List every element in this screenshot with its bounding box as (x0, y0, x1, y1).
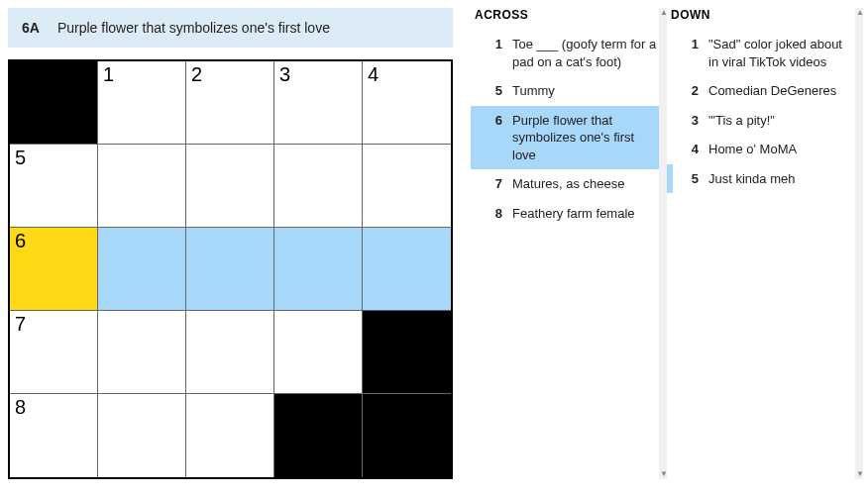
clue-text: Matures, as cheese (512, 175, 658, 193)
grid-cell[interactable]: 6 (10, 228, 98, 311)
grid-cell-black (10, 61, 98, 145)
cell-number: 5 (15, 147, 26, 169)
clue-number: 4 (679, 141, 699, 158)
grid-cell[interactable]: 2 (186, 61, 274, 145)
clue-number: 6 (483, 112, 502, 164)
grid-cell[interactable] (363, 228, 451, 311)
grid-cell[interactable] (274, 311, 363, 394)
grid-cell-black (363, 394, 451, 477)
grid-cell[interactable] (186, 311, 274, 394)
grid-cell-black (274, 394, 363, 477)
grid-cell[interactable]: 8 (10, 394, 98, 477)
cell-number: 6 (15, 230, 26, 252)
grid-cell[interactable] (274, 228, 363, 311)
down-column: DOWN 1"Sad" color joked about in viral T… (667, 8, 863, 479)
cell-number: 8 (15, 396, 26, 419)
clue-number: 3 (679, 112, 699, 130)
grid-cell[interactable] (98, 145, 186, 228)
scroll-down-icon: ▼ (856, 470, 864, 478)
cell-number: 4 (368, 63, 379, 86)
across-clue-7[interactable]: 7Matures, as cheese (471, 169, 666, 199)
down-clue-2[interactable]: 2Comedian DeGeneres (667, 76, 862, 106)
down-heading: DOWN (667, 8, 863, 22)
grid-cell[interactable]: 5 (10, 145, 98, 228)
current-clue-text: Purple flower that symbolizes one's firs… (57, 20, 330, 36)
grid-cell[interactable] (98, 228, 186, 311)
current-clue-number: 6A (22, 20, 40, 36)
scrollbar[interactable]: ▲ ▼ (855, 8, 863, 479)
current-clue-bar[interactable]: 6A Purple flower that symbolizes one's f… (8, 8, 453, 48)
clue-text: "'Tis a pity!" (708, 112, 854, 130)
down-clue-3[interactable]: 3"'Tis a pity!" (667, 106, 862, 136)
grid-cell-black (363, 311, 451, 394)
clue-text: Just kinda meh (708, 170, 854, 188)
clue-text: "Sad" color joked about in viral TikTok … (708, 36, 854, 70)
grid-cell[interactable] (274, 145, 363, 228)
grid-cell[interactable] (186, 228, 274, 311)
grid-cell[interactable]: 1 (98, 61, 186, 145)
across-column: ACROSS 1Toe ___ (goofy term for a pad on… (471, 8, 667, 479)
grid-cell[interactable] (98, 394, 186, 477)
cell-number: 7 (15, 313, 26, 336)
crossword-grid: 12345678 (8, 59, 453, 479)
clue-number: 5 (679, 170, 699, 188)
across-clue-1[interactable]: 1Toe ___ (goofy term for a pad on a cat'… (471, 30, 666, 76)
clue-text: Tummy (512, 82, 658, 100)
cell-number: 1 (103, 63, 114, 86)
clue-number: 5 (483, 82, 502, 100)
clue-text: Feathery farm female (512, 205, 658, 223)
across-clue-5[interactable]: 5Tummy (471, 76, 666, 106)
grid-cell[interactable]: 7 (10, 311, 98, 394)
clue-number: 2 (679, 82, 699, 100)
down-clue-list: 1"Sad" color joked about in viral TikTok… (667, 30, 863, 193)
grid-cell[interactable] (186, 394, 274, 477)
down-clue-4[interactable]: 4Home o' MoMA (667, 135, 862, 164)
clue-text: Home o' MoMA (708, 141, 854, 158)
scroll-up-icon: ▲ (856, 9, 864, 17)
across-heading: ACROSS (471, 8, 667, 22)
cell-number: 2 (191, 63, 202, 86)
grid-cell[interactable] (186, 145, 274, 228)
grid-cell[interactable] (363, 145, 451, 228)
grid-cell[interactable]: 3 (274, 61, 363, 145)
across-clue-8[interactable]: 8Feathery farm female (471, 199, 666, 229)
grid-cell[interactable] (98, 311, 186, 394)
scrollbar[interactable]: ▲ ▼ (659, 8, 667, 479)
clue-text: Toe ___ (goofy term for a pad on a cat's… (512, 36, 658, 70)
down-clue-1[interactable]: 1"Sad" color joked about in viral TikTok… (667, 30, 862, 76)
across-clue-6[interactable]: 6Purple flower that symbolizes one's fir… (471, 106, 666, 170)
down-clue-5[interactable]: 5Just kinda meh (667, 164, 862, 194)
across-clue-list: 1Toe ___ (goofy term for a pad on a cat'… (471, 30, 667, 228)
clue-number: 1 (483, 36, 502, 70)
clue-number: 7 (483, 175, 502, 193)
clue-number: 8 (483, 205, 502, 223)
clue-text: Purple flower that symbolizes one's firs… (512, 112, 658, 164)
grid-cell[interactable]: 4 (363, 61, 451, 145)
clue-text: Comedian DeGeneres (708, 82, 854, 100)
cell-number: 3 (279, 63, 290, 86)
clue-number: 1 (679, 36, 699, 70)
